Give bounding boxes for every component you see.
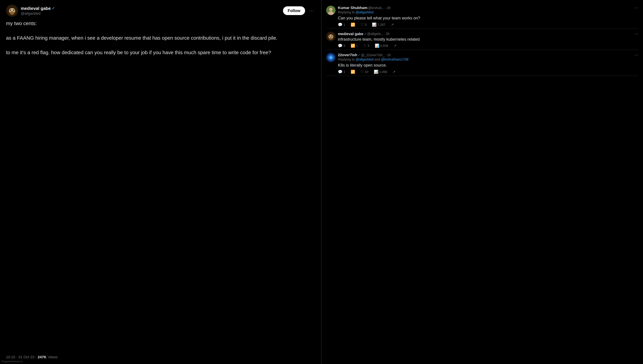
reply-count: 1 (343, 23, 345, 26)
retweet-count: 1 (356, 44, 358, 48)
reply-item: Kumar Shubham @krshub... · 2h ⋯ Replying… (326, 3, 638, 29)
reply-time: · 1h (385, 53, 391, 57)
comment-icon: 💬 (338, 70, 342, 74)
retweet-action[interactable]: 🔁 (351, 22, 355, 27)
views-count: 1,066 (379, 70, 387, 74)
display-name: medieval gabe ✓ (21, 6, 280, 11)
more-options-icon[interactable]: ⋯ (635, 32, 638, 36)
share-action[interactable]: ↗ (392, 70, 395, 74)
views-label: Views (48, 355, 58, 359)
tweet-text: my two cents: as a FAANG hiring manager,… (6, 20, 315, 56)
reply-count: 3 (343, 44, 345, 48)
reply-text: Can you please tell what your team works… (338, 15, 638, 21)
reply-avatar-gabe (326, 32, 336, 41)
more-options-icon[interactable]: ⋯ (635, 6, 638, 10)
tweet-time: 10:15 · 31 Oct 23 · (6, 355, 36, 359)
verified-badge: ✓ (364, 32, 366, 36)
reply-action[interactable]: 💬 3 (338, 44, 345, 48)
reply-content-kumar: Kumar Shubham @krshub... · 2h ⋯ Replying… (338, 6, 638, 27)
reply-time: · 2h (385, 6, 390, 10)
share-action[interactable]: ↗ (393, 44, 396, 48)
reply-display-name: medieval gabe (338, 32, 363, 36)
reply-header: 22over7ish ✓ @_22over7ish_ · 1h ⋯ (338, 53, 638, 57)
right-panel: Kumar Shubham @krshub... · 2h ⋯ Replying… (321, 0, 643, 364)
views-action: 📊 6,938 (375, 44, 388, 48)
reply-action[interactable]: 💬 1 (338, 22, 345, 27)
svg-point-10 (10, 10, 11, 10)
svg-point-17 (330, 8, 332, 11)
svg-point-26 (331, 36, 333, 37)
verified-badge: ✓ (52, 6, 55, 10)
reply-content-gabe: medieval gabe ✓ @allgarb... · 2h ⋯ infra… (338, 32, 638, 48)
views-icon: 📊 (374, 70, 378, 74)
reply-time: · 2h (384, 32, 390, 36)
reply-header: medieval gabe ✓ @allgarb... · 2h ⋯ (338, 32, 638, 36)
heart-icon: ♡ (360, 22, 364, 27)
reply-actions: 💬 1 🔁 ♡ 3 📊 7,287 ↗ (338, 22, 638, 27)
views-icon: 📊 (375, 44, 379, 48)
svg-point-16 (328, 11, 334, 15)
like-action[interactable]: ♡ 3 (360, 22, 367, 27)
reply-mention[interactable]: @allgarbled (356, 10, 374, 14)
heart-icon: ♡ (363, 44, 366, 48)
tweet-header: medieval gabe ✓ @allgarbled Follow ⋯ (6, 5, 315, 17)
more-options-icon[interactable]: ⋯ (635, 53, 638, 57)
reply-display-name: Kumar Shubham (338, 6, 367, 10)
replying-to: Replying to @allgarbled (338, 10, 638, 14)
views-action: 📊 1,066 (374, 70, 387, 74)
reply-handle: @allgarb... (367, 32, 383, 36)
reply-avatar-22over7 (326, 53, 336, 62)
svg-point-28 (332, 36, 332, 36)
heart-icon: ♡ (360, 70, 364, 74)
svg-point-13 (10, 11, 14, 15)
reply-item: medieval gabe ✓ @allgarb... · 2h ⋯ infra… (326, 29, 638, 50)
reply-handle: @krshub... (368, 6, 384, 10)
watermark: ProgrammerHumor.io (1, 360, 23, 363)
views-count: 7,287 (377, 23, 385, 26)
reply-action[interactable]: 💬 1 (338, 70, 345, 74)
more-options-icon[interactable]: ⋯ (308, 7, 315, 14)
retweet-action[interactable]: 🔁 1 (351, 44, 358, 48)
handle: @allgarbled (21, 11, 280, 16)
svg-point-30 (329, 37, 332, 40)
share-icon: ↗ (392, 70, 395, 74)
svg-point-25 (329, 36, 331, 37)
views-count: 247K (38, 355, 47, 359)
reply-item: 22over7ish ✓ @_22over7ish_ · 1h ⋯ Replyi… (326, 50, 638, 76)
like-count: 3 (365, 23, 367, 26)
views-count: 6,938 (380, 44, 388, 48)
views-icon: 📊 (372, 22, 376, 27)
share-icon: ↗ (391, 22, 394, 27)
share-action[interactable]: ↗ (391, 22, 394, 27)
svg-point-11 (14, 10, 14, 10)
reply-count: 1 (343, 70, 345, 74)
reply-actions: 💬 3 🔁 1 ♡ 3 📊 6,938 ↗ (338, 44, 638, 48)
like-count: 10 (365, 70, 368, 74)
follow-button[interactable]: Follow (283, 6, 305, 15)
like-count: 3 (367, 44, 369, 48)
verified-badge: ✓ (358, 53, 360, 57)
retweet-icon: 🔁 (351, 22, 355, 27)
replying-to: Replying to @allgarbled and @krshubham17… (338, 58, 638, 61)
reply-mention[interactable]: @allgarbled (356, 58, 374, 61)
like-action[interactable]: ♡ 3 (363, 44, 369, 48)
reply-mention2[interactable]: @krshubham1708 (381, 58, 408, 61)
retweet-icon: 🔁 (351, 44, 355, 48)
user-info: medieval gabe ✓ @allgarbled (21, 6, 280, 16)
comment-icon: 💬 (338, 44, 342, 48)
retweet-icon: 🔁 (351, 70, 355, 74)
share-icon: ↗ (393, 44, 396, 48)
reply-text: K8s is literally open source. (338, 62, 638, 68)
reply-header: Kumar Shubham @krshub... · 2h ⋯ (338, 6, 638, 10)
left-panel: medieval gabe ✓ @allgarbled Follow ⋯ my … (0, 0, 321, 364)
reply-display-name: 22over7ish (338, 53, 357, 57)
reply-handle: @_22over7ish_ (361, 53, 384, 57)
svg-point-27 (330, 36, 330, 36)
reply-avatar-kumar (326, 6, 336, 15)
like-action[interactable]: ♡ 10 (360, 70, 368, 74)
comment-icon: 💬 (338, 22, 342, 27)
reply-content-22over7: 22over7ish ✓ @_22over7ish_ · 1h ⋯ Replyi… (338, 53, 638, 74)
avatar (6, 5, 18, 17)
display-name-text: medieval gabe (21, 6, 51, 11)
retweet-action[interactable]: 🔁 (351, 70, 355, 74)
